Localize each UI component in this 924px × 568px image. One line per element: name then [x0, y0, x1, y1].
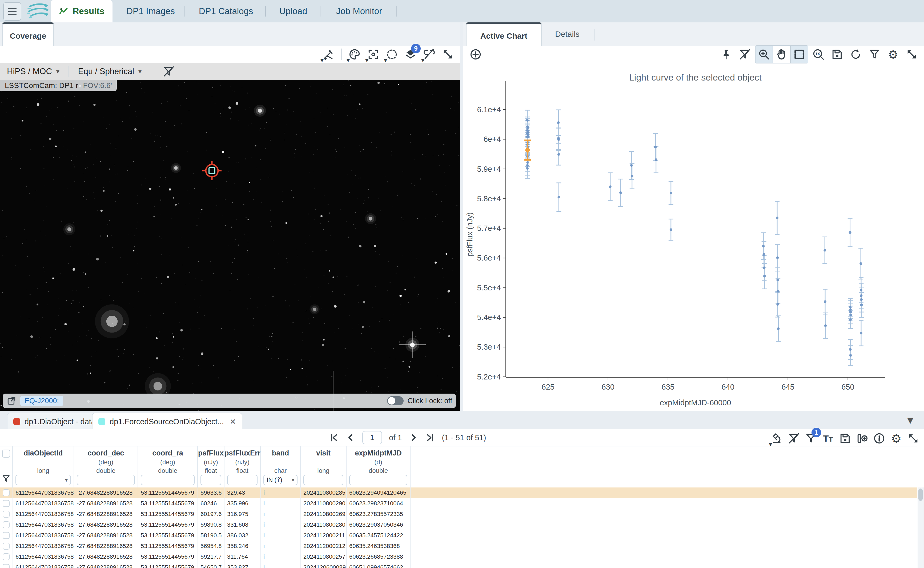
scrollbar-thumb[interactable] — [918, 488, 922, 501]
row-checkbox[interactable] — [3, 543, 10, 550]
select-all-checkbox[interactable] — [2, 450, 10, 458]
coordinate-system-label: Equ / Spherical — [78, 66, 134, 76]
column-header-band[interactable]: band char IN ('i')▾ — [261, 446, 301, 488]
column-filter-input[interactable]: ▾ — [15, 475, 71, 485]
page-number-input[interactable] — [362, 431, 382, 444]
column-name: coord_ra — [138, 449, 197, 457]
column-filter-input[interactable] — [77, 475, 135, 485]
restore-chart-button[interactable] — [847, 46, 864, 63]
zoom-in-mode-button[interactable] — [755, 46, 773, 63]
box-select-mode-button[interactable] — [791, 46, 808, 63]
chart-settings-button[interactable]: ⚙ — [885, 46, 901, 63]
cell-coord_dec: -27.68482288916528 — [74, 551, 138, 562]
cell-coord_dec: -27.68482288916528 — [74, 509, 138, 520]
table-clear-filters-button[interactable] — [785, 430, 802, 447]
column-header-psfFluxErr[interactable]: psfFluxErr (nJy) float — [225, 446, 261, 488]
save-chart-button[interactable] — [829, 46, 846, 63]
table-tab-forcedsource[interactable]: dp1.ForcedSourceOnDiaObject... ✕ — [92, 413, 242, 430]
light-curve-chart[interactable]: Light curve of the selected object5.2e+4… — [463, 63, 924, 411]
layers-button[interactable]: 9 — [402, 46, 419, 63]
nav-tab-job-monitor[interactable]: Job Monitor — [323, 0, 395, 23]
image-tools-button[interactable]: ▾ — [320, 46, 337, 63]
coverage-filter-off-button[interactable] — [160, 63, 177, 80]
cell-coord_dec: -27.68482288916528 — [74, 488, 138, 498]
hips-moc-dropdown[interactable]: HiPS / MOC ▾ — [7, 66, 59, 76]
divider — [151, 66, 151, 77]
table-info-button[interactable] — [871, 430, 888, 447]
last-page-icon[interactable] — [425, 433, 435, 443]
table-row[interactable]: 611256447031836758-27.6848228891652853.1… — [0, 509, 917, 520]
table-settings-button[interactable]: ⚙ — [888, 430, 905, 447]
row-checkbox[interactable] — [3, 489, 10, 496]
first-page-icon[interactable] — [329, 433, 339, 443]
cell-diaObjectId: 611256447031836758 — [13, 498, 74, 509]
coordinate-system-dropdown[interactable]: Equ / Spherical ▾ — [78, 66, 142, 76]
row-checkbox[interactable] — [3, 532, 10, 539]
top-navbar: Results DP1 Images DP1 Catalogs Upload J… — [0, 0, 924, 23]
row-checkbox[interactable] — [3, 553, 10, 560]
select-region-icon — [386, 48, 398, 60]
previous-page-icon[interactable] — [346, 433, 355, 443]
table-filter-button[interactable]: 1 — [802, 430, 820, 447]
chart-filter-button[interactable] — [866, 46, 883, 63]
column-filter-input[interactable] — [227, 475, 258, 485]
column-header-expMidptMJD[interactable]: expMidptMJD (d) double — [347, 446, 410, 488]
nav-tab-results[interactable]: Results — [51, 0, 113, 23]
nav-tab-upload[interactable]: Upload — [268, 0, 318, 23]
pin-chart-button[interactable] — [717, 46, 735, 63]
nav-tab-dp1-images[interactable]: DP1 Images — [117, 0, 184, 23]
column-header-coord_ra[interactable]: coord_ra (deg) double — [138, 446, 198, 488]
column-filter-input[interactable] — [349, 475, 407, 485]
column-header-coord_dec[interactable]: coord_dec (deg) double — [74, 446, 138, 488]
cell-psfFluxErr: 335.996 — [225, 498, 261, 509]
row-checkbox[interactable] — [3, 564, 10, 568]
sky-image-viewer[interactable]: LSSTComCam: DP1 r FOV:6.6' EQ-J2000: Cli… — [0, 80, 460, 411]
column-filter-input[interactable]: IN ('i')▾ — [264, 475, 297, 485]
hips-moc-label: HiPS / MOC — [7, 66, 52, 76]
tab-details[interactable]: Details — [543, 23, 591, 46]
color-palette-button[interactable]: ▾ — [346, 46, 363, 63]
column-header-psfFlux[interactable]: psfFlux (nJy) float — [198, 446, 225, 488]
svg-text:expMidptMJD-60000: expMidptMJD-60000 — [660, 399, 731, 407]
zoom-reset-button[interactable]: 1X — [810, 46, 827, 63]
tab-coverage[interactable]: Coverage — [2, 23, 54, 48]
row-checkbox[interactable] — [3, 500, 10, 507]
column-header-diaObjectId[interactable]: diaObjectId long ▾ — [13, 446, 74, 488]
row-checkbox[interactable] — [3, 521, 10, 528]
analyze-button[interactable]: ▾ — [768, 430, 785, 447]
menu-hamburger-button[interactable] — [3, 2, 21, 21]
table-row[interactable]: 611256447031836758-27.6848228891652853.1… — [0, 498, 917, 509]
text-view-button[interactable]: TT — [820, 430, 837, 447]
nav-tab-dp1-catalogs[interactable]: DP1 Catalogs — [188, 0, 264, 23]
pan-mode-button[interactable] — [773, 46, 791, 63]
click-lock-toggle[interactable] — [387, 396, 404, 405]
save-table-button[interactable] — [837, 430, 854, 447]
add-column-button[interactable] — [854, 430, 871, 447]
next-page-icon[interactable] — [408, 433, 418, 443]
column-type: float — [198, 467, 224, 474]
external-link-icon[interactable] — [6, 396, 17, 406]
unlink-button[interactable]: ▾ — [421, 46, 438, 63]
row-checkbox[interactable] — [3, 511, 10, 518]
table-row[interactable]: 611256447031836758-27.6848228891652853.1… — [0, 541, 917, 552]
table-row[interactable]: 611256447031836758-27.6848228891652853.1… — [0, 562, 917, 568]
close-tab-icon[interactable]: ✕ — [230, 417, 236, 426]
table-row[interactable]: 611256447031836758-27.6848228891652853.1… — [0, 551, 917, 562]
expand-image-button[interactable] — [439, 46, 457, 63]
add-chart-button[interactable] — [467, 46, 484, 63]
collapse-tables-caret[interactable]: ▼ — [907, 415, 913, 425]
table-row[interactable]: 611256447031836758-27.6848228891652853.1… — [0, 488, 917, 499]
column-filter-input[interactable] — [141, 475, 194, 485]
recenter-button[interactable]: ▾ — [365, 46, 382, 63]
tab-active-chart[interactable]: Active Chart — [466, 23, 542, 48]
expand-table-button[interactable] — [905, 430, 922, 447]
table-row[interactable]: 611256447031836758-27.6848228891652853.1… — [0, 530, 917, 541]
column-filter-input[interactable] — [200, 475, 221, 485]
select-region-button[interactable]: ▾ — [383, 46, 400, 63]
chart-clear-filters-button[interactable] — [736, 46, 754, 63]
column-header-visit[interactable]: visit long — [301, 446, 347, 488]
expand-chart-button[interactable] — [903, 46, 920, 63]
table-row[interactable]: 611256447031836758-27.6848228891652853.1… — [0, 520, 917, 530]
column-filter-input[interactable] — [303, 475, 344, 485]
table-panel: of 1 (1 - 51 of 51) ▾ — [0, 429, 924, 568]
